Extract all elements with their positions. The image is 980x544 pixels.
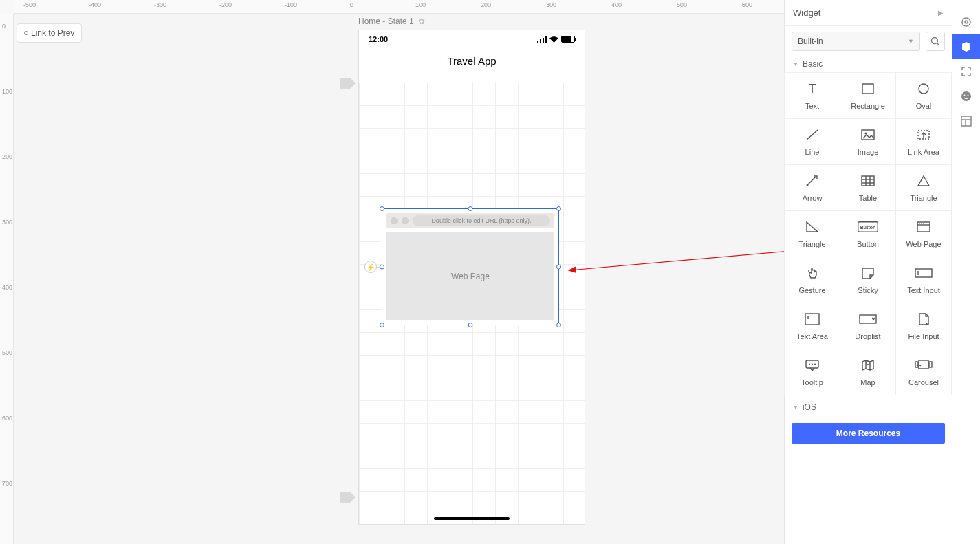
resize-handle[interactable] — [556, 206, 561, 211]
resize-handle[interactable] — [556, 265, 561, 270]
section-ios[interactable]: ▼ iOS — [785, 400, 952, 416]
svg-point-36 — [814, 364, 816, 365]
search-button[interactable] — [926, 32, 945, 51]
chevron-right-icon[interactable]: ▶ — [938, 9, 944, 17]
svg-point-35 — [812, 364, 813, 365]
resize-handle[interactable] — [468, 206, 473, 211]
widget-tooltip[interactable]: Tooltip — [784, 349, 840, 395]
map-icon — [860, 358, 875, 373]
webpage-widget-instance[interactable]: Double click to edit URL (https only). W… — [382, 208, 559, 325]
widget-label: Droplist — [855, 332, 880, 340]
widget-rectangle[interactable]: Rectangle — [840, 72, 896, 119]
svg-rect-41 — [915, 362, 918, 367]
link-to-prev-button[interactable]: Link to Prev — [17, 23, 82, 43]
canvas[interactable]: Link to Prev Home - State 1 ✿ 12:00 Trav… — [14, 14, 784, 544]
artboard-label[interactable]: Home - State 1 ✿ — [358, 17, 425, 26]
widget-label: File Input — [908, 332, 939, 340]
rail-cube-button[interactable] — [952, 34, 981, 59]
ruler-horizontal[interactable]: -900-800-700-600-500-400-300-200-1000100… — [14, 0, 784, 14]
ruler-tick: 700 — [2, 480, 12, 487]
widget-button[interactable]: ButtonButton — [840, 210, 896, 257]
battery-icon — [561, 36, 575, 43]
tooltip-icon — [805, 358, 820, 373]
widget-gesture[interactable]: Gesture — [784, 257, 840, 303]
widget-line[interactable]: Line — [784, 118, 840, 165]
resize-handle[interactable] — [556, 323, 561, 327]
ruler-vertical[interactable]: 0100200300400500600700800 — [0, 14, 14, 544]
resize-handle[interactable] — [468, 323, 473, 327]
svg-point-25 — [919, 223, 920, 224]
svg-point-46 — [964, 95, 966, 96]
widget-oval[interactable]: Oval — [895, 72, 952, 119]
ruler-tick: 500 — [677, 1, 687, 8]
svg-point-5 — [932, 38, 938, 44]
widget-text[interactable]: TText — [784, 72, 840, 119]
widget-sticky[interactable]: Sticky — [840, 257, 896, 303]
svg-rect-2 — [543, 38, 544, 43]
webpage-browserbar: Double click to edit URL (https only). — [386, 213, 554, 228]
svg-point-34 — [809, 364, 810, 365]
rectangle-icon — [860, 81, 875, 96]
widget-label: Triangle — [798, 240, 825, 248]
resize-handle[interactable] — [380, 323, 384, 327]
widget-triangle[interactable]: Triangle — [895, 164, 952, 211]
gear-icon[interactable]: ✿ — [418, 17, 425, 26]
artboard-label-text: Home - State 1 — [358, 17, 414, 26]
widget-table[interactable]: Table — [840, 164, 896, 211]
widget-file-input[interactable]: File Input — [895, 303, 952, 349]
ruler-tick: 100 — [2, 88, 12, 95]
file-input-icon — [916, 312, 931, 327]
widget-droplist[interactable]: Droplist — [840, 303, 896, 349]
svg-point-47 — [968, 95, 969, 96]
droplist-icon — [859, 312, 877, 327]
widget-label: Table — [859, 194, 877, 202]
fullscreen-icon — [960, 65, 972, 78]
resize-handle[interactable] — [380, 206, 384, 211]
interaction-icon[interactable]: ⚡ — [364, 261, 377, 273]
webpage-content-placeholder: Web Page — [386, 232, 554, 320]
more-resources-button[interactable]: More Resources — [792, 423, 945, 444]
widget-link-area[interactable]: Link Area — [895, 118, 952, 165]
widget-label: Line — [805, 148, 820, 156]
svg-rect-3 — [545, 36, 547, 43]
browser-dot-icon — [391, 217, 398, 224]
flow-arrow-top-icon[interactable] — [340, 78, 356, 89]
widget-library-dropdown[interactable]: Built-in ▼ — [792, 32, 920, 51]
section-basic[interactable]: ▼ Basic — [785, 56, 952, 73]
widget-carousel[interactable]: Carousel — [895, 349, 952, 395]
ruler-tick: 600 — [742, 1, 752, 8]
rail-fullscreen-button[interactable] — [952, 59, 981, 84]
widget-web-page[interactable]: Web Page — [895, 210, 952, 257]
widget-panel-title: Widget — [793, 8, 820, 18]
widget-triangle2[interactable]: Triangle — [784, 210, 840, 257]
svg-rect-16 — [862, 176, 874, 186]
widget-text-area[interactable]: Text Area — [784, 303, 840, 349]
svg-rect-8 — [862, 84, 873, 94]
resize-handle[interactable] — [380, 265, 384, 270]
widget-label: Oval — [916, 102, 932, 110]
widget-map[interactable]: Map — [840, 349, 896, 395]
svg-point-15 — [807, 184, 809, 186]
section-basic-label: Basic — [803, 59, 823, 69]
widget-arrow[interactable]: Arrow — [784, 164, 840, 211]
widget-label: Triangle — [910, 194, 937, 202]
widget-label: Text Input — [907, 286, 940, 294]
widget-label: Button — [857, 240, 879, 248]
search-icon — [930, 36, 940, 46]
rail-layout-button[interactable] — [952, 109, 981, 133]
flow-arrow-bottom-icon[interactable] — [340, 492, 356, 503]
webpage-url-placeholder[interactable]: Double click to edit URL (https only). — [413, 215, 550, 226]
rail-target-button[interactable] — [952, 10, 981, 34]
home-indicator — [434, 517, 510, 520]
svg-rect-1 — [540, 39, 541, 43]
oval-icon — [916, 81, 931, 96]
layout-icon — [960, 115, 972, 127]
widget-label: Web Page — [906, 240, 941, 248]
ruler-tick: 0 — [350, 1, 353, 8]
widget-image[interactable]: Image — [840, 118, 896, 165]
text-area-icon — [805, 312, 820, 327]
widget-text-input[interactable]: Text Input — [895, 257, 952, 303]
rail-smiley-button[interactable] — [952, 84, 981, 109]
ruler-tick: 400 — [611, 1, 622, 8]
right-rail — [952, 0, 980, 544]
